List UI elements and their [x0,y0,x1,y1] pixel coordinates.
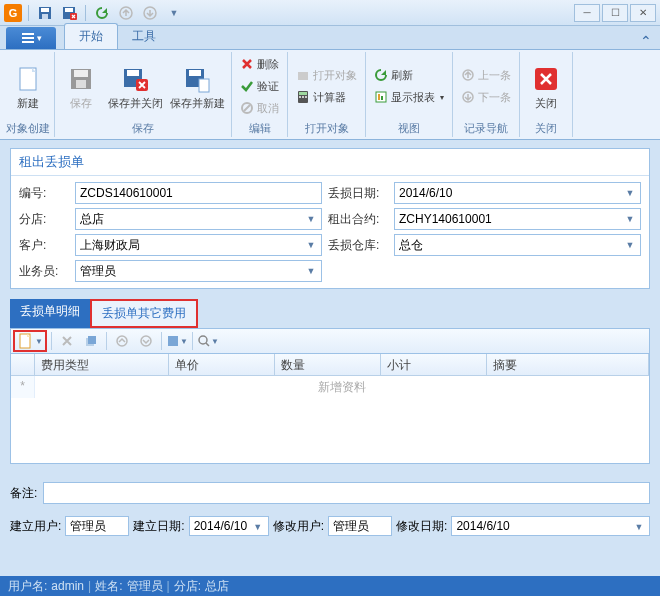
grid-export-button[interactable]: ▼ [166,330,188,352]
content-area: 租出丢损单 编号: ZCDS140610001 丢损日期: 2014/6/10▼… [0,140,660,544]
new-row[interactable]: * 新增资料 [11,376,649,398]
tab-tools[interactable]: 工具 [118,24,170,49]
modify-date-label: 修改日期: [396,518,447,535]
chevron-down-icon[interactable]: ▼ [622,237,638,253]
remark-label: 备注: [10,485,37,502]
code-label: 编号: [19,185,69,202]
contract-label: 租出合约: [328,211,388,228]
svg-rect-30 [381,96,383,100]
svg-rect-24 [299,92,307,95]
close-window-button[interactable]: ✕ [630,4,656,22]
save-new-icon [181,63,213,95]
clerk-input[interactable]: 管理员▼ [75,260,322,282]
grid-up-button[interactable] [111,330,133,352]
svg-rect-25 [299,96,301,98]
group-label-open: 打开对象 [292,120,361,137]
date-label: 丢损日期: [328,185,388,202]
save-close-button[interactable]: 保存并关闭 [105,53,165,119]
cancel-button[interactable]: 取消 [236,97,283,119]
calculator-button[interactable]: 计算器 [292,86,361,108]
group-label-save: 保存 [59,120,227,137]
status-name-label: 姓名: [95,578,122,595]
customer-input[interactable]: 上海财政局▼ [75,234,322,256]
chevron-down-icon[interactable]: ▼ [303,263,319,279]
code-input[interactable]: ZCDS140610001 [75,182,322,204]
group-label-view: 视图 [370,120,448,137]
tab-other-fee[interactable]: 丢损单其它费用 [90,299,198,328]
new-button[interactable]: 新建 [6,53,50,119]
create-user-field: 管理员 [65,516,129,536]
qat-dropdown-icon[interactable]: ▼ [164,3,184,23]
contract-input[interactable]: ZCHY140610001▼ [394,208,641,230]
branch-input[interactable]: 总店▼ [75,208,322,230]
chevron-down-icon[interactable]: ▼ [622,211,638,227]
chevron-down-icon[interactable]: ▼ [303,237,319,253]
svg-rect-36 [88,336,96,344]
next-record-button[interactable]: 下一条 [457,86,515,108]
delete-button[interactable]: 删除 [236,53,283,75]
qat-save-icon[interactable] [35,3,55,23]
svg-rect-2 [42,14,48,19]
chevron-down-icon[interactable]: ▼ [250,519,266,535]
ribbon-tabbar: ▾ 开始 工具 ⌃ [0,26,660,50]
date-input[interactable]: 2014/6/10▼ [394,182,641,204]
col-qty[interactable]: 数量 [275,354,381,375]
ribbon-collapse-icon[interactable]: ⌃ [640,33,652,49]
panel-title: 租出丢损单 [11,149,649,176]
fee-grid: 费用类型 单价 数量 小计 摘要 * 新增资料 [10,354,650,464]
col-price[interactable]: 单价 [169,354,275,375]
show-report-button[interactable]: 显示报表▾ [370,86,448,108]
modify-user-label: 修改用户: [273,518,324,535]
save-button[interactable]: 保存 [59,53,103,119]
grid-search-button[interactable]: ▼ [197,330,219,352]
grid-delete-button[interactable] [56,330,78,352]
tab-start[interactable]: 开始 [64,23,118,49]
modify-date-field[interactable]: 2014/6/10▼ [451,516,650,536]
svg-rect-22 [298,72,308,80]
svg-point-40 [199,336,207,344]
form-panel: 租出丢损单 编号: ZCDS140610001 丢损日期: 2014/6/10▼… [10,148,650,289]
clerk-label: 业务员: [19,263,69,280]
svg-rect-13 [74,70,88,77]
refresh-button[interactable]: 刷新 [370,64,448,86]
col-subtotal[interactable]: 小计 [381,354,487,375]
svg-point-38 [141,336,151,346]
minimize-button[interactable]: ─ [574,4,600,22]
chevron-down-icon[interactable]: ▼ [622,185,638,201]
status-user: admin [51,579,84,593]
svg-rect-16 [127,70,139,76]
prev-record-button[interactable]: 上一条 [457,64,515,86]
maximize-button[interactable]: ☐ [602,4,628,22]
grid-copy-button[interactable] [80,330,102,352]
group-label-edit: 编辑 [236,120,283,137]
qat-save-close-icon[interactable] [59,3,79,23]
ribbon: 新建 对象创建 保存 保存并关闭 保存并新建 保存 删除 验证 [0,50,660,140]
chevron-down-icon[interactable]: ▼ [631,519,647,535]
svg-rect-19 [189,70,201,76]
save-new-button[interactable]: 保存并新建 [167,53,227,119]
branch-label: 分店: [19,211,69,228]
open-object-button[interactable]: 打开对象 [292,64,361,86]
qat-prev-icon[interactable] [116,3,136,23]
svg-rect-14 [76,80,86,88]
close-button[interactable]: 关闭 [524,53,568,119]
create-date-field[interactable]: 2014/6/10▼ [189,516,269,536]
warehouse-input[interactable]: 总仓▼ [394,234,641,256]
status-branch-label: 分店: [174,578,201,595]
file-menu-button[interactable]: ▾ [6,27,56,49]
grid-down-button[interactable] [135,330,157,352]
group-label-create: 对象创建 [6,120,50,137]
remark-input[interactable] [43,482,650,504]
sub-tabs: 丢损单明细 丢损单其它费用 [10,299,650,328]
col-fee-type[interactable]: 费用类型 [35,354,169,375]
chevron-down-icon[interactable]: ▼ [303,211,319,227]
qat-refresh-icon[interactable] [92,3,112,23]
status-name: 管理员 [127,578,163,595]
svg-rect-39 [168,336,178,346]
svg-rect-20 [199,79,209,92]
validate-button[interactable]: 验证 [236,75,283,97]
qat-next-icon[interactable] [140,3,160,23]
grid-new-button[interactable]: ▼ [13,330,47,352]
col-remark[interactable]: 摘要 [487,354,649,375]
tab-detail[interactable]: 丢损单明细 [10,299,90,328]
